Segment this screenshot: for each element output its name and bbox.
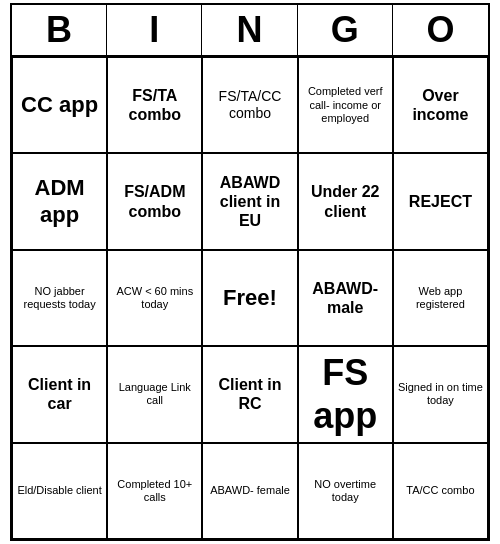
cell-20[interactable]: Eld/Disable client: [12, 443, 107, 539]
cell-14[interactable]: Web app registered: [393, 250, 488, 346]
cell-9[interactable]: REJECT: [393, 153, 488, 249]
cell-11[interactable]: ACW < 60 mins today: [107, 250, 202, 346]
cell-0[interactable]: CC app: [12, 57, 107, 153]
cell-16[interactable]: Language Link call: [107, 346, 202, 442]
cell-2[interactable]: FS/TA/CC combo: [202, 57, 297, 153]
bingo-header: B I N G O: [12, 5, 488, 57]
cell-15[interactable]: Client in car: [12, 346, 107, 442]
cell-12-free[interactable]: Free!: [202, 250, 297, 346]
cell-6[interactable]: FS/ADM combo: [107, 153, 202, 249]
header-o: O: [393, 5, 488, 55]
header-n: N: [202, 5, 297, 55]
bingo-grid: CC app FS/TA combo FS/TA/CC combo Comple…: [12, 57, 488, 539]
cell-13[interactable]: ABAWD- male: [298, 250, 393, 346]
cell-1[interactable]: FS/TA combo: [107, 57, 202, 153]
cell-21[interactable]: Completed 10+ calls: [107, 443, 202, 539]
header-b: B: [12, 5, 107, 55]
cell-4[interactable]: Over income: [393, 57, 488, 153]
cell-5[interactable]: ADM app: [12, 153, 107, 249]
cell-23[interactable]: NO overtime today: [298, 443, 393, 539]
cell-22[interactable]: ABAWD- female: [202, 443, 297, 539]
cell-24[interactable]: TA/CC combo: [393, 443, 488, 539]
cell-18[interactable]: FS app: [298, 346, 393, 442]
cell-19[interactable]: Signed in on time today: [393, 346, 488, 442]
header-g: G: [298, 5, 393, 55]
cell-10[interactable]: NO jabber requests today: [12, 250, 107, 346]
bingo-card: B I N G O CC app FS/TA combo FS/TA/CC co…: [10, 3, 490, 541]
cell-7[interactable]: ABAWD client in EU: [202, 153, 297, 249]
cell-3[interactable]: Completed verf call- income or employed: [298, 57, 393, 153]
cell-17[interactable]: Client in RC: [202, 346, 297, 442]
header-i: I: [107, 5, 202, 55]
cell-8[interactable]: Under 22 client: [298, 153, 393, 249]
